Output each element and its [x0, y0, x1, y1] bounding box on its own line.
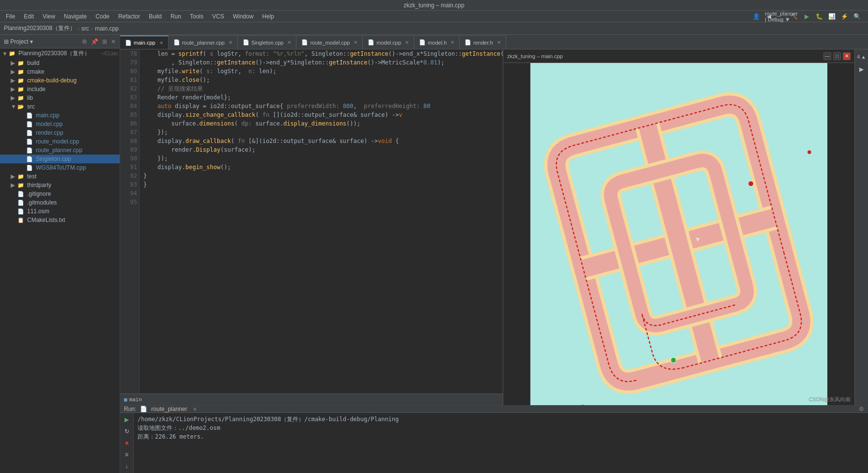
tab-close-3[interactable]: ✕	[287, 40, 291, 45]
tab-route-model[interactable]: 📄 route_model.cpp ✕	[296, 35, 363, 49]
menu-run[interactable]: Run	[167, 12, 185, 21]
output-line-3: 距离：226.26 meters.	[138, 432, 864, 441]
tab-model-h[interactable]: 📄 model.h ✕	[414, 35, 460, 49]
tab-model-cpp[interactable]: 📄 model.cpp ✕	[363, 35, 414, 49]
tab-bar: 📄 main.cpp ✕ 📄 route_planner.cpp ✕ 📄 Sin…	[120, 35, 868, 49]
toolbar-search[interactable]: 🔍	[852, 11, 862, 22]
tree-gitmodules[interactable]: 📄 .gitmodules	[0, 198, 120, 207]
code-line-83: // 呈现搜索结果	[143, 84, 499, 93]
run-close[interactable]: ✕	[193, 407, 197, 412]
menu-refactor[interactable]: Refactor	[114, 12, 144, 21]
tree-include[interactable]: ▶ 📁 include	[0, 85, 120, 94]
tab-close-2[interactable]: ✕	[229, 40, 232, 45]
tree-render-cpp[interactable]: 📄 render.cpp	[0, 128, 120, 137]
toolbar-icon-1[interactable]: 👤	[751, 11, 761, 22]
menu-view[interactable]: View	[39, 12, 59, 21]
tab-main-cpp[interactable]: 📄 main.cpp ✕	[120, 35, 169, 49]
tab-close-main[interactable]: ✕	[159, 40, 163, 46]
vis-minimize-button[interactable]: —	[823, 52, 831, 60]
toolbar-build[interactable]: 🔨	[789, 11, 799, 22]
tree-thirdparty[interactable]: ▶ 📁 thirdparty	[0, 181, 120, 189]
tree-lib[interactable]: ▶ 📁 lib	[0, 94, 120, 102]
menu-edit[interactable]: Edit	[20, 12, 38, 21]
tree-singleton-cpp[interactable]: 📄 Singleton.cpp	[0, 155, 120, 163]
vis-titlebar-btns: — □ ✕	[823, 52, 851, 60]
tree-wgs84-cpp[interactable]: 📄 WGS84ToUTM.cpp	[0, 163, 120, 172]
run-settings-icon[interactable]: ⚙	[859, 406, 864, 412]
code-editor: 78 79 80 81 82 83 84 85 86 87 88 89 90 9…	[120, 49, 503, 405]
vis-maximize-button[interactable]: □	[833, 52, 841, 60]
tab-close-4[interactable]: ✕	[354, 40, 357, 45]
run-filter-btn[interactable]: ≡	[122, 450, 132, 459]
menu-tools[interactable]: Tools	[186, 12, 207, 21]
sidebar-expand[interactable]: ⊞	[102, 38, 107, 45]
toolbar-profile[interactable]: ⚡	[839, 11, 850, 22]
tree-main-cpp[interactable]: 📄 main.cpp	[0, 111, 120, 120]
run-rerun-btn[interactable]: ↻	[122, 426, 132, 436]
sidebar-close[interactable]: ✕	[111, 38, 116, 45]
tab-icon3: 📄	[243, 39, 249, 46]
tree-route-model-cpp[interactable]: 📄 route_model.cpp	[0, 137, 120, 146]
code-line-88: surface.dimensions( dp: surface.display_…	[143, 119, 499, 128]
tree-root[interactable]: ▼ 📁 Planning20230308（复件） ~/CLion	[0, 48, 120, 59]
tree-src[interactable]: ▼ 📂 src	[0, 102, 120, 111]
run-output: /home/zkzk/CLionProjects/Planning2023030…	[134, 413, 868, 473]
tree-route-planner-cpp[interactable]: 📄 route_planner.cpp	[0, 146, 120, 155]
run-play-btn[interactable]: ▶	[122, 415, 132, 425]
menu-help[interactable]: Help	[258, 12, 278, 21]
tree-gitignore[interactable]: 📄 .gitignore	[0, 189, 120, 198]
run-stop-btn[interactable]: ■	[122, 438, 132, 448]
tree-cmake[interactable]: ▶ 📁 cmake	[0, 67, 120, 76]
run-header: Run: 📄 route_planner ✕ ⚙	[120, 406, 868, 413]
run-target: route_planner	[151, 406, 187, 412]
tree-test[interactable]: ▶ 📁 test	[0, 172, 120, 181]
tree-cmake-build-debug[interactable]: ▶ 📁 cmake-build-debug	[0, 76, 120, 85]
menu-file[interactable]: File	[2, 12, 19, 21]
code-content[interactable]: 78 79 80 81 82 83 84 85 86 87 88 89 90 9…	[120, 49, 503, 394]
output-line-2: 读取地图文件：../demo2.osm	[138, 424, 864, 432]
svg-point-5	[671, 358, 676, 363]
editor-bottom-bar: ■ main	[120, 394, 503, 405]
vis-close-button[interactable]: ✕	[843, 52, 851, 60]
tree-osm[interactable]: 📄 111.osm	[0, 207, 120, 216]
map-visualization	[503, 63, 854, 405]
tab-route-planner[interactable]: 📄 route_planner.cpp ✕	[169, 35, 238, 49]
tree-cmakelists[interactable]: 📋 CMakeLists.txt	[0, 216, 120, 224]
menu-vcs[interactable]: VCS	[208, 12, 228, 21]
menu-window[interactable]: Window	[229, 12, 258, 21]
code-line-90: display.draw_callback( fn [&](io2d::outp…	[143, 137, 499, 145]
tab-icon: 📄	[125, 40, 132, 46]
tab-singleton[interactable]: 📄 Singleton.cpp ✕	[238, 35, 297, 49]
tab-close-6[interactable]: ✕	[450, 40, 454, 45]
run-label: Run:	[124, 406, 136, 412]
tab-render-h[interactable]: 📄 render.h ✕	[460, 35, 506, 49]
run-panel: Run: 📄 route_planner ✕ ⚙ ▶ ↻ ■ ≡ ↓ 🖨 🗑 📌…	[120, 405, 868, 473]
run-scroll-btn[interactable]: ↓	[122, 461, 132, 471]
code-lines[interactable]: len = sprintf( s logStr, format: "%r,%rl…	[140, 49, 503, 394]
title-text: zkzk_tuning – main.cpp	[403, 2, 464, 9]
sidebar-pin[interactable]: 📌	[91, 38, 98, 45]
toolbar-run-config[interactable]: route_planner | Debug ▼	[776, 11, 787, 22]
sidebar-gear[interactable]: ⚙	[82, 38, 87, 45]
rt-btn-2[interactable]: ▶	[856, 64, 867, 75]
tab-close-7[interactable]: ✕	[497, 40, 501, 45]
main-layout: ⊞ Project ▾ ⚙ 📌 ⊞ ✕ ▼ 📁 Planning20230308…	[0, 35, 868, 473]
svg-point-6	[748, 181, 754, 186]
menu-navigate[interactable]: Navigate	[60, 12, 91, 21]
menu-bar: File Edit View Navigate Code Refactor Bu…	[0, 11, 868, 22]
menu-code[interactable]: Code	[92, 12, 113, 21]
content-area: 📄 main.cpp ✕ 📄 route_planner.cpp ✕ 📄 Sin…	[120, 35, 868, 473]
tab-close-5[interactable]: ✕	[405, 40, 409, 45]
code-line-86: auto display = io2d::output_surface{ pre…	[143, 102, 499, 110]
menu-build[interactable]: Build	[145, 12, 166, 21]
tree-model-cpp[interactable]: 📄 model.cpp	[0, 120, 120, 128]
title-bar: zkzk_tuning – main.cpp	[0, 0, 868, 11]
toolbar-coverage[interactable]: 📊	[826, 11, 837, 22]
tab-label2: route_planner.cpp	[182, 40, 225, 46]
breadcrumb-file: main.cpp	[95, 25, 119, 32]
toolbar-debug[interactable]: 🐛	[814, 11, 824, 22]
tree-build[interactable]: ▶ 📁 build	[0, 59, 120, 67]
output-line-1: /home/zkzk/CLionProjects/Planning2023030…	[138, 415, 864, 424]
rt-btn-1[interactable]: 4 ▲	[856, 51, 867, 62]
toolbar-run[interactable]: ▶	[801, 11, 812, 22]
